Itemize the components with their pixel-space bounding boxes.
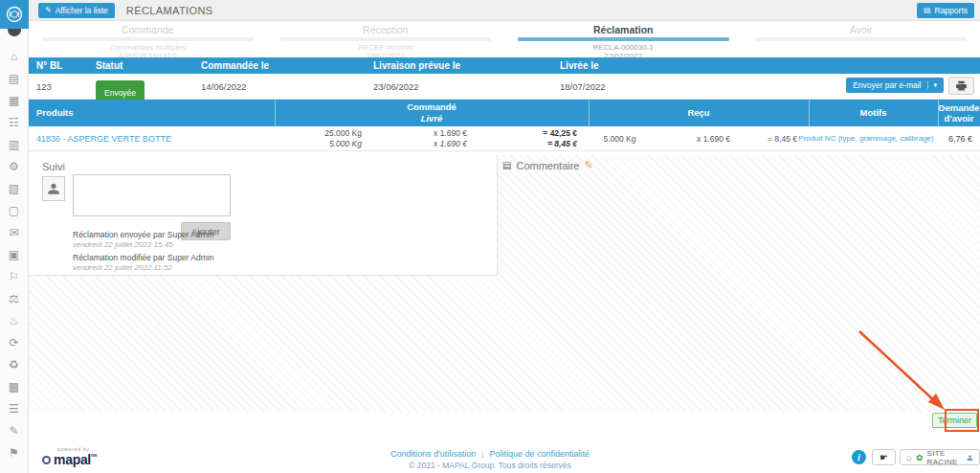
col-demande-line1: Demande	[938, 102, 980, 113]
step-reclamation[interactable]: Réclamation RECLA-000030-1 22/07/2022	[504, 21, 743, 60]
footer: powered by mapalos Conditions d'utilisat…	[29, 433, 980, 473]
price-commande: x 1.690 €	[373, 128, 467, 139]
waste-icon[interactable]: ♻	[7, 358, 22, 372]
avatar	[42, 176, 65, 201]
recu-price: x 1.690 €	[651, 126, 730, 151]
report-icon: ▤	[924, 6, 931, 14]
mapal-brand: powered by mapalos	[42, 446, 97, 467]
step-progress-bar	[280, 37, 492, 41]
commentaire-header: ▤ Commentaire ✎	[502, 159, 593, 171]
step-sub1: Commandes multiples	[29, 43, 267, 52]
col-motifs: Motifs	[809, 100, 938, 126]
mapal-logo-sup: os	[91, 452, 97, 458]
settings-icon[interactable]: ⚙	[7, 160, 22, 173]
suppliers-icon[interactable]: ☷	[7, 116, 22, 129]
step-sub1: RECEP-000096	[267, 43, 505, 52]
sidebar-icons: ⌂▤▦☷▥⚙▧▢✉▣⚐⚖♨⟳♻▩☰✎⚑	[0, 50, 28, 460]
footer-center: Conditions d'utilisation|Politique de co…	[390, 449, 590, 470]
home-icon[interactable]: ⌂	[7, 50, 22, 63]
alerts-icon[interactable]: ⚐	[7, 270, 22, 283]
col-demande-avoir: Demande d'avoir	[938, 100, 980, 126]
site-racine-label: SITE RACINE	[927, 449, 963, 466]
send-email-button[interactable]: Envoyer par e-mail ▾	[846, 78, 944, 93]
step-label: Commande	[29, 21, 267, 35]
recu-qty: 5.000 Kg	[589, 126, 651, 151]
print-button[interactable]	[948, 77, 974, 95]
tasks-icon[interactable]: ▣	[7, 248, 22, 261]
purchases-icon[interactable]: ⚖	[7, 292, 22, 305]
comment-icon: ▤	[502, 160, 511, 170]
stock-icon[interactable]: ▢	[7, 204, 22, 217]
stats-icon[interactable]: ▥	[7, 138, 22, 151]
header-divider	[589, 100, 590, 126]
app-logo[interactable]	[0, 0, 29, 29]
col-statut: Statut	[96, 57, 122, 74]
step-progress-bar	[42, 37, 254, 41]
terminer-button[interactable]: Terminer	[932, 413, 977, 428]
col-bl: N° BL	[36, 57, 62, 74]
motif-link[interactable]: Produit NC (type, grammage, calibrage)	[794, 126, 938, 151]
livraison-prevue-value: 23/06/2022	[373, 74, 419, 100]
history-entry-date: vendredi 22 juillet 2022 15:45	[73, 240, 213, 249]
lists-icon[interactable]: ☰	[7, 402, 22, 416]
total-commande: = 42,25 €	[479, 128, 577, 139]
step-avoir[interactable]: Avoir	[743, 21, 980, 60]
kitchen-icon[interactable]: ♨	[7, 314, 22, 327]
delivery-notes-icon[interactable]: ▦	[7, 94, 22, 107]
history-entry-date: vendredi 22 juillet 2022 11:52	[73, 263, 213, 272]
commandee-le-value: 14/06/2022	[201, 74, 247, 100]
user-avatar-partial	[8, 29, 21, 36]
copyright-text: © 2021 - MAPAL Group. Tous droits réserv…	[390, 461, 590, 470]
col-livraison-prevue-le: Livraison prévue le	[373, 57, 460, 74]
step-commande[interactable]: Commande Commandes multiples ARMOR FRUIT…	[29, 21, 267, 60]
recu-total: = 8,45 €	[742, 126, 797, 151]
products-table-header: Produits Commandé Livré Reçu Motifs Dema…	[29, 100, 980, 126]
price-livre: x 1.690 €	[373, 139, 467, 149]
info-button[interactable]: i	[852, 450, 866, 464]
show-list-button[interactable]: ✎ Afficher la liste	[38, 3, 115, 18]
confidentialite-link[interactable]: Politique de confidentialité	[489, 449, 590, 459]
history-entry-text: Réclamation envoyée par Super Admin	[73, 230, 213, 239]
step-reception[interactable]: Réception RECEP-000096 18/07/2022	[267, 21, 505, 60]
step-label: Réception	[267, 21, 505, 35]
order-row: 123 Envoyée 14/06/2022 23/06/2022 18/07/…	[29, 74, 980, 100]
suivi-comment-input[interactable]	[73, 174, 231, 216]
workflow-stepper: Commande Commandes multiples ARMOR FRUIT…	[29, 21, 980, 57]
mapal-logo-text: mapalos	[54, 452, 97, 467]
step-label: Réclamation	[504, 21, 743, 35]
conditions-link[interactable]: Conditions d'utilisation	[390, 449, 476, 459]
inventory-icon[interactable]: ▩	[7, 380, 22, 394]
header-divider	[275, 100, 276, 126]
step-label: Avoir	[743, 21, 980, 35]
suivi-panel: Suivi Ajouter Réclamation envoyée par Su…	[29, 155, 498, 276]
qty-commande-livre: 25.000 Kg 5.000 Kg	[275, 126, 362, 149]
page-title: RÉCLAMATIONS	[126, 5, 213, 16]
col-commandee-le: Commandée le	[201, 57, 269, 74]
qty-livre: 5.000 Kg	[275, 139, 362, 149]
edit-list-icon: ✎	[45, 6, 52, 14]
product-link[interactable]: 41836 - ASPERGE VERTE BOTTE	[36, 126, 171, 151]
mail-icon[interactable]: ✉	[7, 226, 22, 239]
labels-icon[interactable]: ⚑	[7, 446, 22, 460]
show-list-label: Afficher la liste	[56, 6, 108, 15]
bl-value: 123	[36, 74, 52, 100]
link-separator: |	[481, 450, 483, 459]
total-livre: = 8,45 €	[479, 139, 577, 149]
header-divider	[809, 100, 810, 126]
send-email-label: Envoyer par e-mail	[853, 80, 921, 90]
main-area: ✎ Afficher la liste RÉCLAMATIONS ▤ Rappo…	[29, 0, 980, 473]
planning-icon[interactable]: ▧	[7, 182, 22, 195]
rapports-button[interactable]: ▤ Rapports	[917, 3, 974, 18]
orders-icon[interactable]: ▤	[7, 72, 22, 85]
col-demande-line2: d'avoir	[938, 113, 980, 124]
rapports-label: Rapports	[935, 6, 969, 15]
chevron-down-icon: ▾	[927, 81, 937, 89]
person-icon	[47, 182, 60, 195]
pointer-tool-button[interactable]: ☛	[872, 449, 896, 465]
edit-pencil-icon[interactable]: ✎	[584, 159, 592, 171]
site-racine-button[interactable]: ⌂ ✿ SITE RACINE	[900, 449, 980, 465]
notes-icon[interactable]: ✎	[7, 424, 22, 438]
sync-icon[interactable]: ⟳	[7, 336, 22, 349]
total-commande-livre: = 42,25 € = 8,45 €	[479, 126, 577, 149]
col-recu: Reçu	[589, 100, 809, 126]
